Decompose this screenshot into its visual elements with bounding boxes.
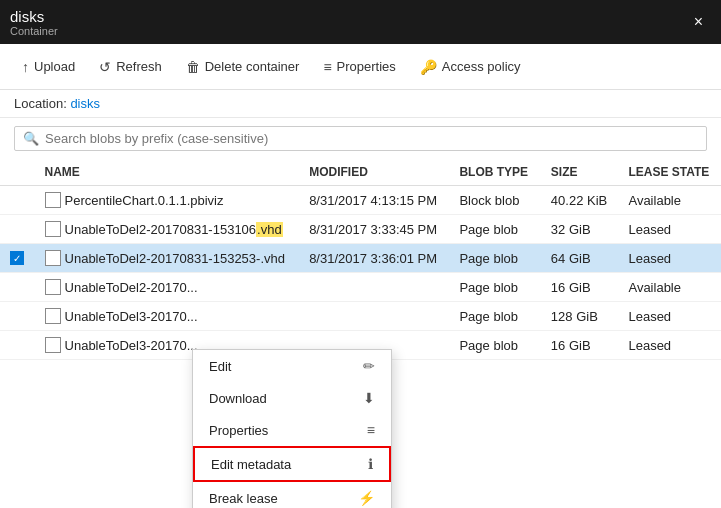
properties-menu-icon: ≡ [367,422,375,438]
file-icon [45,279,61,295]
window-title: disks [10,8,58,25]
col-blobtype-header: BLOB TYPE [449,159,540,186]
search-bar: 🔍 [0,118,721,159]
context-menu-properties[interactable]: Properties ≡ [193,414,391,446]
delete-container-button[interactable]: 🗑 Delete container [176,53,310,81]
close-button[interactable]: × [686,9,711,35]
row-lease: Available [618,273,721,302]
location-label: Location: [14,96,67,111]
delete-container-label: Delete container [205,59,300,74]
col-lease-header: LEASE STATE [618,159,721,186]
row-name: PercentileChart.0.1.1.pbiviz [35,186,300,215]
access-policy-button[interactable]: 🔑 Access policy [410,53,531,81]
blob-table-wrap: NAME MODIFIED BLOB TYPE SIZE LEASE STATE… [0,159,721,508]
row-size: 32 GiB [541,215,619,244]
upload-icon: ↑ [22,59,29,75]
upload-button[interactable]: ↑ Upload [12,53,85,81]
file-icon [45,192,61,208]
row-size: 128 GiB [541,302,619,331]
row-modified: 8/31/2017 3:33:45 PM [299,215,449,244]
file-name: UnableToDel3-20170... [65,338,198,353]
refresh-button[interactable]: ↺ Refresh [89,53,172,81]
row-lease: Leased [618,244,721,273]
properties-label: Properties [337,59,396,74]
file-name: UnableToDel2-20170831-153106.vhd [65,222,283,237]
context-menu-edit[interactable]: Edit ✏ [193,350,391,382]
context-download-label: Download [209,391,267,406]
access-policy-icon: 🔑 [420,59,437,75]
checkbox-checked: ✓ [10,251,24,265]
table-row[interactable]: ✓ UnableToDel2-20170831-153253-.vhd 8/31… [0,244,721,273]
row-checkbox[interactable] [0,331,35,360]
row-blobtype: Page blob [449,302,540,331]
row-lease: Leased [618,331,721,360]
row-modified [299,273,449,302]
delete-container-icon: 🗑 [186,59,200,75]
file-icon [45,337,61,353]
file-icon [45,250,61,266]
row-checkbox[interactable]: ✓ [0,244,35,273]
row-size: 64 GiB [541,244,619,273]
row-blobtype: Page blob [449,273,540,302]
location-path[interactable]: disks [70,96,100,111]
row-name: UnableToDel3-20170... [35,302,300,331]
row-lease: Available [618,186,721,215]
search-input-wrap: 🔍 [14,126,707,151]
file-name: UnableToDel2-20170... [65,280,198,295]
row-name: UnableToDel2-20170831-153106.vhd [35,215,300,244]
title-bar-left: disks Container [10,8,58,37]
col-size-header: SIZE [541,159,619,186]
refresh-icon: ↺ [99,59,111,75]
row-blobtype: Page blob [449,244,540,273]
row-modified: 8/31/2017 4:13:15 PM [299,186,449,215]
context-menu-download[interactable]: Download ⬇ [193,382,391,414]
search-input[interactable] [45,131,698,146]
row-checkbox[interactable] [0,273,35,302]
table-row[interactable]: UnableToDel2-20170... Page blob 16 GiB A… [0,273,721,302]
row-blobtype: Page blob [449,331,540,360]
main-window: disks Container × ↑ Upload ↺ Refresh 🗑 D… [0,0,721,508]
context-properties-label: Properties [209,423,268,438]
row-lease: Leased [618,302,721,331]
edit-icon: ✏ [363,358,375,374]
title-bar: disks Container × [0,0,721,44]
col-modified-header: MODIFIED [299,159,449,186]
file-name: UnableToDel3-20170... [65,309,198,324]
properties-icon: ≡ [323,59,331,75]
properties-button[interactable]: ≡ Properties [313,53,405,81]
context-edit-metadata-label: Edit metadata [211,457,291,472]
row-size: 16 GiB [541,273,619,302]
table-header: NAME MODIFIED BLOB TYPE SIZE LEASE STATE [0,159,721,186]
blob-table: NAME MODIFIED BLOB TYPE SIZE LEASE STATE… [0,159,721,360]
row-checkbox[interactable] [0,215,35,244]
table-row[interactable]: PercentileChart.0.1.1.pbiviz 8/31/2017 4… [0,186,721,215]
row-name: UnableToDel2-20170... [35,273,300,302]
break-lease-icon: ⚡ [358,490,375,506]
context-break-lease-label: Break lease [209,491,278,506]
row-modified [299,302,449,331]
refresh-label: Refresh [116,59,162,74]
location-bar: Location: disks [0,90,721,118]
upload-label: Upload [34,59,75,74]
context-menu-edit-metadata[interactable]: Edit metadata ℹ [193,446,391,482]
access-policy-label: Access policy [442,59,521,74]
table-row[interactable]: UnableToDel2-20170831-153106.vhd 8/31/20… [0,215,721,244]
row-size: 40.22 KiB [541,186,619,215]
window-subtitle: Container [10,25,58,37]
row-checkbox[interactable] [0,302,35,331]
table-row[interactable]: UnableToDel3-20170... Page blob 128 GiB … [0,302,721,331]
context-menu: Edit ✏ Download ⬇ Properties ≡ Edit meta… [192,349,392,508]
row-lease: Leased [618,215,721,244]
file-name: UnableToDel2-20170831-153253-.vhd [65,251,285,266]
col-name-header: NAME [35,159,300,186]
row-size: 16 GiB [541,331,619,360]
info-icon: ℹ [368,456,373,472]
toolbar: ↑ Upload ↺ Refresh 🗑 Delete container ≡ … [0,44,721,90]
file-icon [45,308,61,324]
context-menu-break-lease[interactable]: Break lease ⚡ [193,482,391,508]
download-icon: ⬇ [363,390,375,406]
search-icon: 🔍 [23,131,39,146]
row-blobtype: Block blob [449,186,540,215]
file-name: PercentileChart.0.1.1.pbiviz [65,193,224,208]
row-checkbox[interactable] [0,186,35,215]
